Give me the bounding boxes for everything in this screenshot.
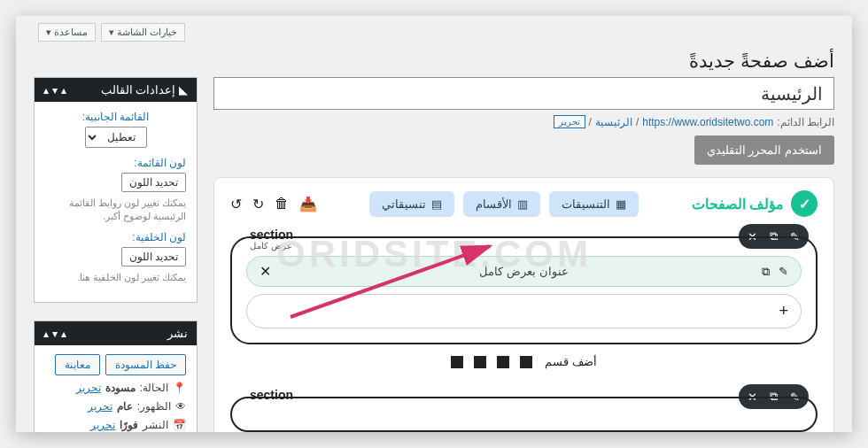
layout-1col-icon[interactable] (520, 356, 532, 368)
save-icon[interactable]: 📥 (299, 196, 317, 212)
visibility-edit-link[interactable]: تحرير (88, 400, 112, 413)
bg-color-button[interactable]: تحديد اللون (121, 247, 186, 266)
undo-icon[interactable]: ↺ (230, 196, 242, 212)
chevron-up-icon[interactable]: ▴ (61, 328, 66, 340)
pill-mystyles[interactable]: ▤ تنسيقاتي (369, 191, 454, 217)
row-edit-icon[interactable]: ✎ (779, 265, 788, 279)
status-line: 📍 الحالة: مسودة تحرير (45, 382, 186, 394)
permalink-edit-button[interactable]: تحرير (554, 115, 585, 128)
page-builder-panel: ✓ مؤلف الصفحات ▦ التنسيقات ▥ الأقسام ▤ ت… (213, 177, 834, 432)
chevron-down-icon[interactable]: ▾ (52, 84, 58, 97)
trash-icon[interactable]: 🗑 (275, 196, 289, 212)
brand-icon: ✓ (791, 190, 818, 217)
save-draft-button[interactable]: حفظ المسودة (105, 354, 186, 375)
chevron-down-icon[interactable]: ▾ (52, 328, 58, 340)
help-button[interactable]: ▾ مساعدة (38, 23, 96, 42)
section-block-1: section عرض كامل ✎ ⧉ ✕ ✕ عنوان بعرض كامل… (230, 236, 818, 344)
schedule-edit-link[interactable]: تحرير (90, 419, 115, 431)
preview-button[interactable]: معاينة (55, 354, 100, 375)
menu-color-button[interactable]: تحديد اللون (121, 173, 186, 192)
permalink-row: الرابط الدائم: https://www.oridsitetwo.c… (213, 115, 834, 128)
builder-brand: ✓ مؤلف الصفحات (692, 190, 818, 217)
classic-editor-button[interactable]: استخدم المحرر التقليدي (694, 135, 834, 165)
builder-row[interactable]: ✕ عنوان بعرض كامل ✎ ⧉ (246, 256, 802, 287)
theme-settings-panel: ◣ إعدادات القالب ▴▾▴ القائمة الجانبية: ت… (34, 77, 198, 303)
row-delete-icon[interactable]: ✕ (260, 263, 271, 280)
post-title-input[interactable] (213, 77, 834, 110)
publish-panel: نشر ▴▾▴ حفظ المسودة معاينة 📍 الحالة: مسو… (34, 321, 198, 432)
chevron-up-icon[interactable]: ▴ (61, 84, 66, 97)
permalink-url[interactable]: https://www.oridsitetwo.com (642, 116, 773, 128)
layout-4col-icon[interactable] (451, 356, 463, 368)
panel-toggle-icon[interactable]: ▴ (43, 84, 49, 97)
status-edit-link[interactable]: تحرير (76, 382, 101, 394)
pill-sections[interactable]: ▥ الأقسام (463, 191, 540, 217)
screen-options-button[interactable]: ▾ خيارات الشاشة (101, 23, 185, 42)
panel-toggle-icon[interactable]: ▴ (43, 328, 49, 340)
row-copy-icon[interactable]: ⧉ (762, 265, 770, 279)
pill-formats[interactable]: ▦ التنسيقات (549, 191, 639, 217)
schedule-line: 📅 النشر فورًا تحرير (45, 419, 186, 431)
layout-3col-icon[interactable] (474, 356, 486, 368)
visibility-line: 👁 الظهور: عام تحرير (45, 400, 186, 413)
section-block-2: section ✎ ⧉ ✕ (230, 397, 818, 432)
layout-2col-icon[interactable] (497, 356, 509, 368)
add-row-button[interactable]: + (246, 294, 802, 328)
page-title: أضف صفحةً جديدةً (34, 50, 834, 72)
side-menu-select[interactable]: تعطيل (85, 127, 147, 148)
add-section-row: أضف قسم (230, 355, 818, 368)
redo-icon[interactable]: ↻ (252, 196, 264, 212)
